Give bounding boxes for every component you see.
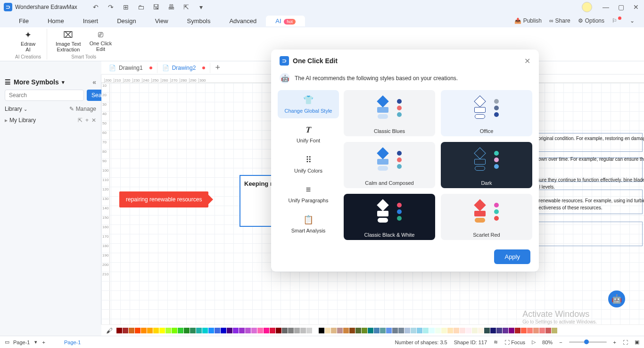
- maximize-icon[interactable]: ▢: [617, 3, 625, 11]
- export-icon[interactable]: ⇱: [182, 3, 190, 11]
- share-button[interactable]: ∞Share: [549, 17, 570, 24]
- color-swatch[interactable]: [147, 328, 153, 333]
- color-swatch[interactable]: [368, 328, 373, 333]
- doc-tab-drawing2[interactable]: 📄 Drawing2: [157, 63, 211, 73]
- menu-home[interactable]: Home: [38, 16, 74, 26]
- more-symbols-label[interactable]: More Symbols: [14, 78, 59, 86]
- color-swatch[interactable]: [276, 328, 281, 333]
- collapse-ribbon-icon[interactable]: ⌄: [630, 17, 635, 24]
- color-swatch[interactable]: [386, 328, 392, 333]
- menu-view[interactable]: View: [146, 16, 178, 26]
- menu-insert[interactable]: Insert: [74, 16, 108, 26]
- color-swatch[interactable]: [123, 328, 128, 333]
- style-scarlet-red[interactable]: Scarlet Red: [441, 194, 532, 240]
- unify-paragraphs-button[interactable]: ≡Unify Paragraphs: [278, 180, 339, 208]
- color-swatch[interactable]: [221, 328, 226, 333]
- color-swatch[interactable]: [227, 328, 232, 333]
- color-swatch[interactable]: [441, 328, 447, 333]
- color-swatch[interactable]: [300, 328, 306, 333]
- color-swatch[interactable]: [202, 328, 208, 333]
- menu-symbols[interactable]: Symbols: [178, 16, 220, 26]
- color-swatch[interactable]: [423, 328, 429, 333]
- color-swatch[interactable]: [355, 328, 361, 333]
- callout-shape[interactable]: repairing renewable resources: [119, 191, 208, 207]
- color-swatch[interactable]: [165, 328, 171, 333]
- color-swatch[interactable]: [129, 328, 134, 333]
- color-swatch[interactable]: [135, 328, 140, 333]
- color-swatch[interactable]: [447, 328, 453, 333]
- style-calm-composed[interactable]: Calm and Composed: [344, 142, 435, 188]
- undo-icon[interactable]: ↶: [91, 3, 100, 11]
- one-click-edit-button[interactable]: ⎚ One Click Edit: [87, 29, 115, 53]
- color-swatch[interactable]: [116, 328, 122, 333]
- notifications-button[interactable]: ⚐: [612, 17, 622, 24]
- color-swatch[interactable]: [264, 328, 269, 333]
- color-swatch[interactable]: [196, 328, 202, 333]
- menu-design[interactable]: Design: [107, 16, 145, 26]
- color-swatch[interactable]: [374, 328, 380, 333]
- color-swatch[interactable]: [337, 328, 343, 333]
- color-swatch[interactable]: [331, 328, 337, 333]
- zoom-in-icon[interactable]: +: [613, 340, 616, 345]
- minimize-icon[interactable]: —: [602, 3, 610, 11]
- color-swatch[interactable]: [172, 328, 177, 333]
- color-swatch[interactable]: [435, 328, 441, 333]
- change-global-style-button[interactable]: 👕Change Global Style: [278, 90, 339, 118]
- color-swatch[interactable]: [460, 328, 465, 333]
- color-swatch[interactable]: [288, 328, 294, 333]
- color-swatch[interactable]: [257, 328, 263, 333]
- color-swatch[interactable]: [184, 328, 190, 333]
- print-icon[interactable]: 🖶: [167, 3, 175, 11]
- ai-chat-fab[interactable]: 🤖: [608, 290, 625, 307]
- color-swatch[interactable]: [251, 328, 257, 333]
- color-swatch[interactable]: [552, 328, 557, 333]
- zoom-value[interactable]: 80%: [542, 340, 553, 345]
- layout-icon[interactable]: ▭: [5, 339, 9, 345]
- color-swatch[interactable]: [159, 328, 165, 333]
- style-dark[interactable]: Dark: [441, 142, 532, 188]
- import-lib-icon[interactable]: ⇱: [78, 117, 83, 124]
- zoom-slider[interactable]: [569, 341, 607, 343]
- zoom-out-icon[interactable]: −: [559, 340, 562, 345]
- unify-colors-button[interactable]: ⠿Unify Colors: [278, 150, 339, 178]
- color-swatch[interactable]: [319, 328, 324, 333]
- page-select[interactable]: Page-1: [13, 340, 30, 345]
- color-swatch[interactable]: [478, 328, 484, 333]
- color-swatch[interactable]: [325, 328, 330, 333]
- color-swatch[interactable]: [405, 328, 410, 333]
- color-swatch[interactable]: [515, 328, 520, 333]
- page-tab-1[interactable]: Page-1: [64, 340, 81, 345]
- layers-icon[interactable]: ≋: [494, 339, 498, 345]
- color-swatch[interactable]: [313, 328, 318, 333]
- style-office[interactable]: Office: [441, 90, 532, 136]
- close-dialog-icon[interactable]: ✕: [524, 57, 530, 66]
- menu-file[interactable]: File: [9, 16, 38, 26]
- redo-icon[interactable]: ↷: [107, 3, 115, 11]
- color-swatch[interactable]: [490, 328, 496, 333]
- my-library-label[interactable]: My Library: [9, 117, 36, 124]
- manage-link[interactable]: ✎ Manage: [69, 106, 96, 112]
- new-icon[interactable]: ⊞: [122, 3, 130, 11]
- search-input[interactable]: [5, 90, 84, 101]
- user-avatar[interactable]: [582, 2, 592, 12]
- chevron-down-icon[interactable]: ▾: [62, 79, 65, 85]
- doc-tab-drawing1[interactable]: 📄 Drawing1: [104, 63, 157, 73]
- menu-ai[interactable]: AI hot: [266, 16, 305, 26]
- color-swatch[interactable]: [472, 328, 478, 333]
- expand-mylib-icon[interactable]: ▸: [5, 117, 8, 124]
- color-swatch[interactable]: [454, 328, 459, 333]
- image-text-extraction-button[interactable]: ⌧ Image Text Extraction: [53, 29, 84, 53]
- color-swatch[interactable]: [190, 328, 196, 333]
- color-swatch[interactable]: [178, 328, 183, 333]
- color-swatch[interactable]: [503, 328, 508, 333]
- fit-icon[interactable]: ⛶: [623, 340, 628, 345]
- color-swatch[interactable]: [533, 328, 539, 333]
- options-button[interactable]: ⚙Options: [578, 17, 604, 24]
- open-icon[interactable]: 🗀: [137, 3, 145, 11]
- color-swatch[interactable]: [411, 328, 416, 333]
- color-swatch[interactable]: [466, 328, 471, 333]
- close-window-icon[interactable]: ✕: [632, 3, 640, 11]
- color-swatch[interactable]: [545, 328, 551, 333]
- color-swatch[interactable]: [215, 328, 220, 333]
- color-swatch[interactable]: [417, 328, 422, 333]
